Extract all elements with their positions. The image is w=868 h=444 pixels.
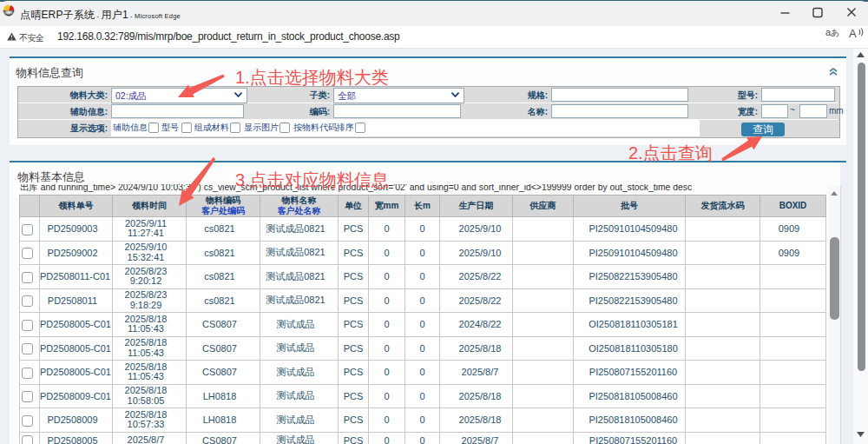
svg-text:A: A — [849, 27, 857, 40]
